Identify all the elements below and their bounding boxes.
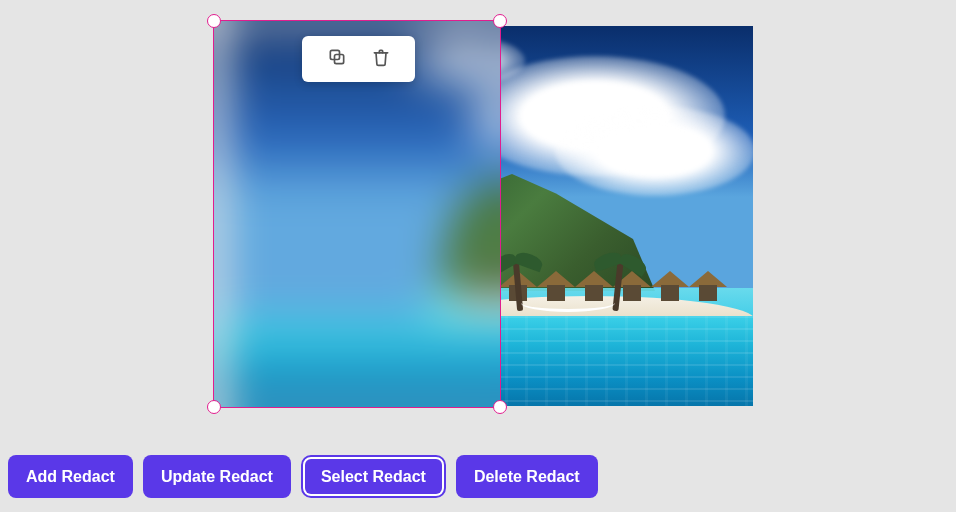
copy-button[interactable]	[325, 47, 349, 71]
resize-handle-bottom-right[interactable]	[493, 400, 507, 414]
selection-toolbar	[302, 36, 415, 82]
add-redact-button[interactable]: Add Redact	[8, 455, 133, 498]
copy-icon	[327, 47, 347, 71]
delete-button[interactable]	[369, 47, 393, 71]
resize-handle-bottom-left[interactable]	[207, 400, 221, 414]
action-bar: Add Redact Update Redact Select Redact D…	[8, 455, 598, 498]
select-redact-button[interactable]: Select Redact	[301, 455, 446, 498]
select-redact-label: Select Redact	[305, 459, 442, 494]
resize-handle-top-left[interactable]	[207, 14, 221, 28]
delete-redact-button[interactable]: Delete Redact	[456, 455, 598, 498]
resize-handle-top-right[interactable]	[493, 14, 507, 28]
update-redact-button[interactable]: Update Redact	[143, 455, 291, 498]
trash-icon	[371, 47, 391, 71]
